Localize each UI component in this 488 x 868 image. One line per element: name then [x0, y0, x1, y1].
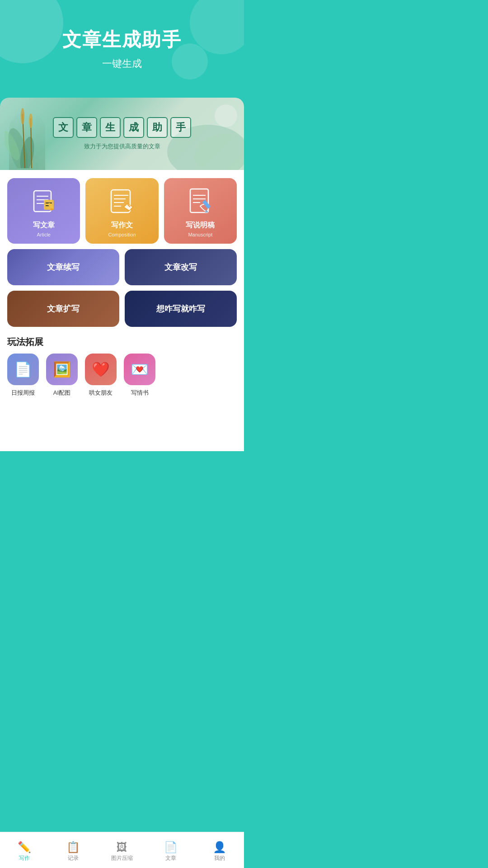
header-section: 文章生成助手 一键生成	[0, 0, 244, 89]
app-subtitle: 一键生成	[0, 57, 244, 71]
banner-char: 成	[123, 117, 144, 138]
wide-btn-expand[interactable]: 文章扩写	[7, 291, 119, 327]
feature-card-composition[interactable]: 写作文Composition	[85, 178, 158, 244]
feature-label-en-article: Article	[37, 232, 51, 237]
ext-icon-love-letter: 💌	[124, 354, 155, 385]
wide-btn-rewrite[interactable]: 文章改写	[125, 249, 237, 285]
feature-icon-manuscript	[186, 187, 215, 216]
feature-label-zh-manuscript: 写说明稿	[186, 221, 215, 230]
ext-icon-daily: 📄	[7, 354, 39, 385]
ext-item-ai-image[interactable]: 🖼️AI配图	[46, 354, 78, 397]
ext-label-love-letter: 写情书	[131, 389, 149, 397]
banner-title-box: 文章生成助手	[53, 117, 191, 138]
section-title-extensions: 玩法拓展	[0, 327, 244, 354]
ext-item-daily[interactable]: 📄日报周报	[7, 354, 39, 397]
ext-icon-coax: ❤️	[85, 354, 117, 385]
ext-label-ai-image: AI配图	[53, 389, 70, 397]
banner-content: 文章生成助手 致力于为您提供高质量的文章	[53, 117, 191, 151]
feature-card-manuscript[interactable]: 写说明稿Manuscript	[164, 178, 237, 244]
wide-btn-freestyle[interactable]: 想咋写就咋写	[125, 291, 237, 327]
feature-icon-composition	[108, 187, 136, 216]
svg-point-6	[29, 113, 33, 128]
feature-card-article[interactable]: 写文章Article	[7, 178, 80, 244]
svg-marker-24	[124, 203, 133, 211]
feature-label-zh-composition: 写作文	[111, 221, 133, 230]
feature-label-zh-article: 写文章	[33, 221, 55, 230]
banner-char: 文	[53, 117, 74, 138]
ext-item-love-letter[interactable]: 💌写情书	[124, 354, 155, 397]
ext-item-coax[interactable]: ❤️哄女朋友	[85, 354, 117, 397]
svg-point-4	[21, 108, 24, 124]
banner-char: 手	[170, 117, 191, 138]
feature-label-en-manuscript: Manuscript	[188, 232, 212, 237]
banner-char: 助	[147, 117, 168, 138]
ext-label-coax: 哄女朋友	[89, 389, 113, 397]
banner-char: 章	[76, 117, 97, 138]
banner-subtitle: 致力于为您提供高质量的文章	[53, 142, 191, 151]
feature-label-en-composition: Composition	[108, 232, 136, 237]
extensions-grid: 📄日报周报🖼️AI配图❤️哄女朋友💌写情书	[0, 354, 244, 397]
feature-icon-article	[29, 187, 58, 216]
app-title: 文章生成助手	[0, 27, 244, 52]
ext-icon-ai-image: 🖼️	[46, 354, 78, 385]
main-card: 文章生成助手 致力于为您提供高质量的文章 写文章Article 写作文Compo…	[0, 98, 244, 451]
wide-button-grid: 文章续写文章改写文章扩写想咋写就咋写	[0, 244, 244, 327]
feature-grid: 写文章Article 写作文Composition 写说明稿Manuscript	[0, 170, 244, 244]
banner: 文章生成助手 致力于为您提供高质量的文章	[0, 98, 244, 170]
wide-btn-continue[interactable]: 文章续写	[7, 249, 119, 285]
svg-point-9	[215, 104, 237, 127]
ext-label-daily: 日报周报	[11, 389, 35, 397]
banner-char: 生	[100, 117, 121, 138]
